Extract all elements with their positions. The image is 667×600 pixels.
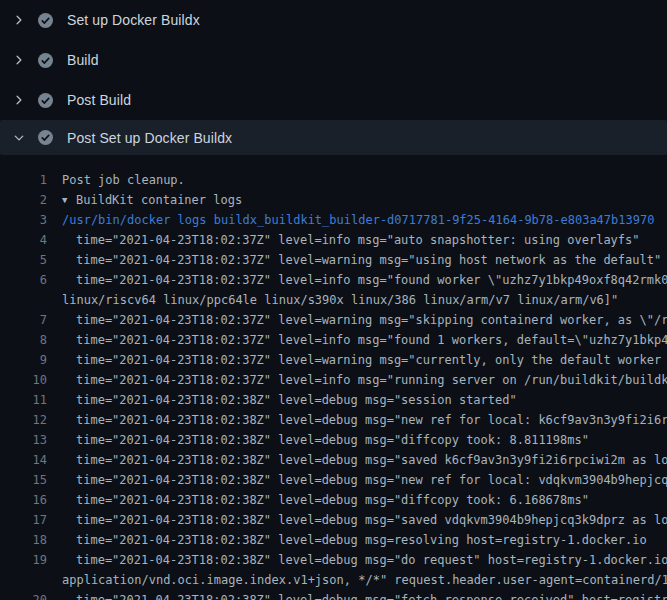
log-line-text: time="2021-04-23T18:02:38Z" level=debug … [62, 430, 589, 450]
log-line: 2 ▼ BuildKit container logs [0, 190, 667, 210]
log-line: 10 time="2021-04-23T18:02:37Z" level=inf… [0, 370, 667, 390]
log-line-text: time="2021-04-23T18:02:38Z" level=debug … [62, 450, 667, 470]
log-line-text: Post job cleanup. [62, 170, 185, 190]
steps-list: Set up Docker Buildx Build Post Build [0, 0, 667, 155]
log-line: 5 time="2021-04-23T18:02:37Z" level=warn… [0, 250, 667, 270]
log-line-number[interactable]: 15 [0, 470, 47, 490]
log-line-number[interactable]: 19 [0, 550, 47, 570]
log-line-number[interactable]: 11 [0, 390, 47, 410]
log-line: 14 time="2021-04-23T18:02:38Z" level=deb… [0, 450, 667, 470]
log-line-number[interactable]: 13 [0, 430, 47, 450]
log-line-text: time="2021-04-23T18:02:37Z" level=info m… [62, 270, 667, 290]
log-line: 1 Post job cleanup. [0, 170, 667, 190]
group-triangle-icon[interactable]: ▼ [62, 190, 76, 210]
log-line-number[interactable]: 2 [0, 190, 47, 210]
log-line-number[interactable]: 8 [0, 330, 47, 350]
log-line-text: /usr/bin/docker logs buildx_buildkit_bui… [62, 210, 654, 230]
log-line: 9 time="2021-04-23T18:02:37Z" level=warn… [0, 350, 667, 370]
check-circle-icon [38, 13, 53, 28]
log-viewer: 1 Post job cleanup. 2 ▼ BuildKit contain… [0, 160, 667, 600]
log-line-text: time="2021-04-23T18:02:37Z" level=info m… [62, 330, 667, 350]
log-line: 4 time="2021-04-23T18:02:37Z" level=info… [0, 230, 667, 250]
log-line-number[interactable]: 17 [0, 510, 47, 530]
step-header-2[interactable]: Build [0, 40, 667, 80]
log-line: 6 time="2021-04-23T18:02:37Z" level=info… [0, 270, 667, 290]
log-line-number[interactable] [0, 290, 47, 310]
log-line-text: time="2021-04-23T18:02:37Z" level=warnin… [62, 250, 661, 270]
chevron-right-icon[interactable] [13, 14, 25, 26]
log-line-text: time="2021-04-23T18:02:38Z" level=debug … [62, 590, 667, 600]
log-line: 18 time="2021-04-23T18:02:38Z" level=deb… [0, 530, 667, 550]
chevron-right-icon[interactable] [13, 94, 25, 106]
log-line: 11 time="2021-04-23T18:02:38Z" level=deb… [0, 390, 667, 410]
check-circle-icon [38, 53, 53, 68]
check-circle-icon [38, 93, 53, 108]
step-header-3[interactable]: Post Build [0, 80, 667, 120]
log-line: 7 time="2021-04-23T18:02:37Z" level=warn… [0, 310, 667, 330]
log-line-text: time="2021-04-23T18:02:37Z" level=warnin… [62, 350, 667, 370]
log-line-text: linux/riscv64 linux/ppc64le linux/s390x … [62, 290, 618, 310]
log-line-text: time="2021-04-23T18:02:37Z" level=warnin… [62, 310, 667, 330]
log-line-number[interactable]: 14 [0, 450, 47, 470]
log-line: 17 time="2021-04-23T18:02:38Z" level=deb… [0, 510, 667, 530]
log-line-number[interactable]: 6 [0, 270, 47, 290]
log-line: 16 time="2021-04-23T18:02:38Z" level=deb… [0, 490, 667, 510]
log-line: 12 time="2021-04-23T18:02:38Z" level=deb… [0, 410, 667, 430]
log-line: application/vnd.oci.image.index.v1+json,… [0, 570, 667, 590]
chevron-right-icon[interactable] [13, 54, 25, 66]
log-line: linux/riscv64 linux/ppc64le linux/s390x … [0, 290, 667, 310]
log-line-number[interactable]: 18 [0, 530, 47, 550]
log-line: 13 time="2021-04-23T18:02:38Z" level=deb… [0, 430, 667, 450]
log-line-number[interactable]: 4 [0, 230, 47, 250]
log-line-text: time="2021-04-23T18:02:38Z" level=debug … [62, 530, 647, 550]
log-line-text: time="2021-04-23T18:02:38Z" level=debug … [62, 390, 517, 410]
log-line-text: time="2021-04-23T18:02:37Z" level=info m… [62, 230, 640, 250]
log-line-text: time="2021-04-23T18:02:38Z" level=debug … [62, 470, 667, 490]
log-line: 19 time="2021-04-23T18:02:38Z" level=deb… [0, 550, 667, 570]
check-circle-icon [38, 130, 53, 145]
log-line-number[interactable]: 3 [0, 210, 47, 230]
log-line-number[interactable]: 10 [0, 370, 47, 390]
step-label: Build [67, 52, 99, 68]
log-line-number[interactable]: 20 [0, 590, 47, 600]
log-line-number[interactable]: 1 [0, 170, 47, 190]
log-line-number[interactable] [0, 570, 47, 590]
step-label: Post Set up Docker Buildx [67, 130, 232, 146]
log-line-number[interactable]: 5 [0, 250, 47, 270]
step-header-1[interactable]: Set up Docker Buildx [0, 0, 667, 40]
step-label: Post Build [67, 92, 131, 108]
log-line: 20 time="2021-04-23T18:02:38Z" level=deb… [0, 590, 667, 600]
log-line-text: time="2021-04-23T18:02:38Z" level=debug … [62, 410, 667, 430]
log-line-text: time="2021-04-23T18:02:38Z" level=debug … [62, 510, 667, 530]
log-line-text: time="2021-04-23T18:02:38Z" level=debug … [62, 550, 667, 570]
log-line-text: time="2021-04-23T18:02:38Z" level=debug … [62, 490, 589, 510]
step-header-4[interactable]: Post Set up Docker Buildx [0, 120, 667, 155]
step-label: Set up Docker Buildx [67, 12, 200, 28]
log-line-number[interactable]: 12 [0, 410, 47, 430]
log-line: 15 time="2021-04-23T18:02:38Z" level=deb… [0, 470, 667, 490]
log-line: 8 time="2021-04-23T18:02:37Z" level=info… [0, 330, 667, 350]
log-line-number[interactable]: 16 [0, 490, 47, 510]
log-line-text: time="2021-04-23T18:02:37Z" level=info m… [62, 370, 667, 390]
log-line: 3 /usr/bin/docker logs buildx_buildkit_b… [0, 210, 667, 230]
log-line-number[interactable]: 7 [0, 310, 47, 330]
log-line-text: BuildKit container logs [76, 190, 242, 210]
log-line-number[interactable]: 9 [0, 350, 47, 370]
log-line-text: application/vnd.oci.image.index.v1+json,… [62, 570, 667, 590]
chevron-down-icon[interactable] [13, 132, 25, 144]
